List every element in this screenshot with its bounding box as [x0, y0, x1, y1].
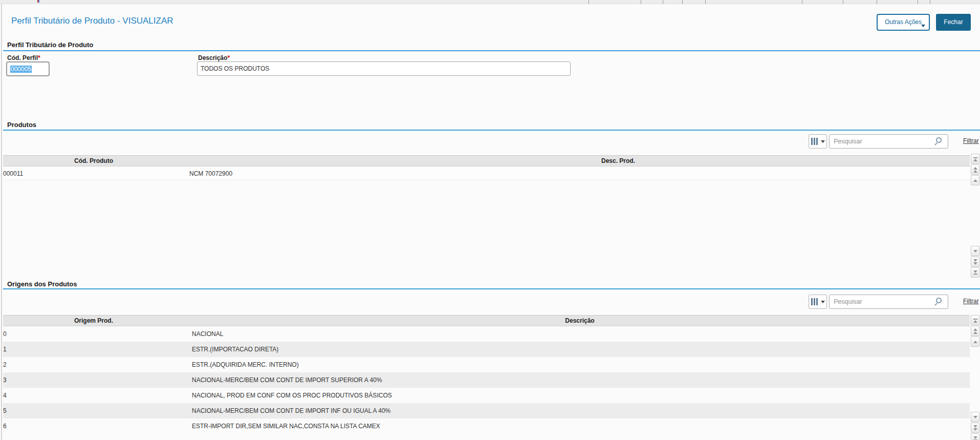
- origens-table-row[interactable]: 1 ESTR.(IMPORTACAO DIRETA): [3, 342, 970, 357]
- arrow-up-icon: [973, 331, 977, 334]
- arrow-down-icon: [973, 428, 977, 431]
- origens-table-row[interactable]: 4 NACIONAL, PROD EM CONF COM OS PROC PRO…: [3, 388, 970, 403]
- origens-section-title: Origens dos Produtos: [7, 280, 77, 288]
- cell-origem: 2: [3, 361, 7, 368]
- produtos-search-input[interactable]: [829, 134, 948, 149]
- produtos-scroll-top-button[interactable]: [971, 154, 979, 164]
- other-actions-button[interactable]: Outras Ações: [877, 14, 930, 31]
- produtos-scroll-down-button[interactable]: [971, 246, 979, 256]
- favicon-fragment: [38, 0, 39, 3]
- cod-perfil-value: 000005: [10, 66, 32, 73]
- col-header-cod-produto[interactable]: Cód. Produto: [74, 157, 113, 164]
- magnifier-icon[interactable]: [936, 298, 942, 303]
- produtos-scroll-pagedown-button[interactable]: [971, 257, 979, 267]
- arrow-top-icon: [973, 157, 977, 158]
- chevron-down-icon: [821, 301, 825, 303]
- arrow-down-icon: [973, 262, 977, 265]
- cell-origem: 0: [3, 330, 7, 338]
- origens-search-input[interactable]: [829, 295, 948, 309]
- tab-separator: [705, 0, 706, 4]
- arrow-up-icon: [973, 159, 977, 161]
- arrow-down-icon: [973, 436, 977, 439]
- arrow-up-icon: [973, 179, 977, 182]
- origens-scroll-bottom-button[interactable]: [971, 433, 979, 440]
- origens-scroll-pageup-button[interactable]: [971, 326, 979, 336]
- arrow-up-icon: [973, 341, 977, 343]
- cod-perfil-label-text: Cód. Perfil: [7, 54, 38, 61]
- descricao-label-text: Descrição: [198, 54, 227, 61]
- cell-descricao: ESTR.(ADQUIRIDA MERC. INTERNO): [192, 361, 299, 368]
- cod-perfil-label: Cód. Perfil*: [7, 54, 40, 61]
- columns-icon: [811, 138, 813, 145]
- produtos-scroll-bottom-button[interactable]: [971, 267, 979, 278]
- cell-descricao: ESTR.(IMPORTACAO DIRETA): [192, 346, 278, 353]
- arrow-bottom-icon: [973, 274, 977, 275]
- section-divider: [3, 288, 980, 289]
- required-asterisk: *: [227, 54, 230, 61]
- produtos-column-config-button[interactable]: [809, 134, 827, 149]
- col-header-desc-prod[interactable]: Desc. Prod.: [601, 157, 635, 164]
- cod-perfil-field[interactable]: 000005: [6, 61, 50, 76]
- cell-origem: 3: [3, 376, 7, 384]
- cell-origem: 4: [3, 392, 7, 399]
- magnifier-icon[interactable]: [936, 137, 942, 143]
- cell-descricao: NACIONAL-MERC/BEM COM CONT DE IMPORT SUP…: [192, 376, 382, 384]
- produtos-table-header: Cód. Produto Desc. Prod.: [3, 155, 970, 166]
- col-header-origem-prod[interactable]: Origem Prod.: [74, 317, 113, 324]
- panel-left-border: [1, 4, 2, 440]
- arrow-down-icon: [973, 259, 977, 262]
- cell-cod-produto: 000011: [3, 170, 23, 177]
- tab-separator: [682, 0, 683, 4]
- page-title: Perfil Tributário de Produto - VISUALIZA…: [11, 16, 173, 26]
- arrow-up-icon: [973, 170, 977, 173]
- origens-table-row[interactable]: 2 ESTR.(ADQUIRIDA MERC. INTERNO): [3, 357, 970, 372]
- section-divider: [3, 50, 980, 51]
- arrow-down-icon: [973, 416, 977, 418]
- origens-table-row[interactable]: 0 NACIONAL: [3, 326, 970, 342]
- descricao-field[interactable]: TODOS OS PRODUTOS: [197, 61, 571, 76]
- arrow-up-icon: [973, 320, 977, 323]
- origens-table-row[interactable]: 6 ESTR-IMPORT DIR,SEM SIMILAR NAC,CONSTA…: [3, 418, 970, 434]
- cell-descricao: NACIONAL, PROD EM CONF COM OS PROC PRODU…: [192, 392, 392, 399]
- columns-icon: [816, 138, 818, 145]
- origens-scroll-pagedown-button[interactable]: [971, 423, 979, 433]
- origens-table-header: Origem Prod. Descrição: [3, 315, 970, 326]
- origens-scroll-top-button[interactable]: [971, 315, 979, 325]
- descricao-value: TODOS OS PRODUTOS: [201, 65, 269, 72]
- origens-table-row[interactable]: 5 NACIONAL-MERC/BEM COM CONT DE IMPORT I…: [3, 403, 970, 418]
- origens-table-row[interactable]: 3 NACIONAL-MERC/BEM COM CONT DE IMPORT S…: [3, 372, 970, 388]
- required-asterisk: *: [38, 54, 40, 61]
- tab-separator: [641, 0, 641, 4]
- produtos-table-row[interactable]: 000011 NCM 70072900: [3, 167, 970, 180]
- origens-scroll-down-button[interactable]: [971, 412, 979, 422]
- cell-origem: 6: [3, 423, 7, 430]
- profile-section-title: Perfil Tributário de Produto: [7, 41, 93, 49]
- arrow-top-icon: [973, 319, 977, 320]
- produtos-scroll-pageup-button[interactable]: [971, 164, 979, 175]
- close-button[interactable]: Fechar: [936, 14, 971, 31]
- other-actions-label: Outras Ações: [885, 18, 922, 26]
- origens-column-config-button[interactable]: [809, 295, 827, 309]
- columns-icon: [814, 138, 815, 145]
- arrow-down-icon: [973, 425, 977, 428]
- cell-descricao: NACIONAL: [192, 330, 223, 338]
- produtos-filter-link[interactable]: Filtrar: [963, 137, 979, 144]
- columns-icon: [814, 298, 815, 305]
- columns-icon: [816, 298, 818, 305]
- produtos-section-title: Produtos: [7, 121, 36, 129]
- tab-separator: [802, 0, 802, 4]
- produtos-scroll-up-button[interactable]: [971, 175, 979, 185]
- tab-separator: [877, 0, 877, 4]
- cell-desc-prod: NCM 70072900: [189, 170, 232, 177]
- tab-separator: [930, 0, 930, 4]
- col-header-descricao[interactable]: Descrição: [565, 317, 594, 324]
- chevron-down-icon: [821, 140, 825, 143]
- origens-filter-link[interactable]: Filtrar: [963, 298, 979, 305]
- arrow-up-icon: [973, 328, 977, 331]
- arrow-down-icon: [973, 270, 977, 273]
- cell-origem: 1: [3, 346, 7, 353]
- origens-scroll-up-button[interactable]: [971, 337, 979, 347]
- window-chrome: [0, 0, 980, 4]
- arrow-down-icon: [973, 250, 977, 253]
- cell-descricao: ESTR-IMPORT DIR,SEM SIMILAR NAC,CONSTA N…: [192, 423, 380, 430]
